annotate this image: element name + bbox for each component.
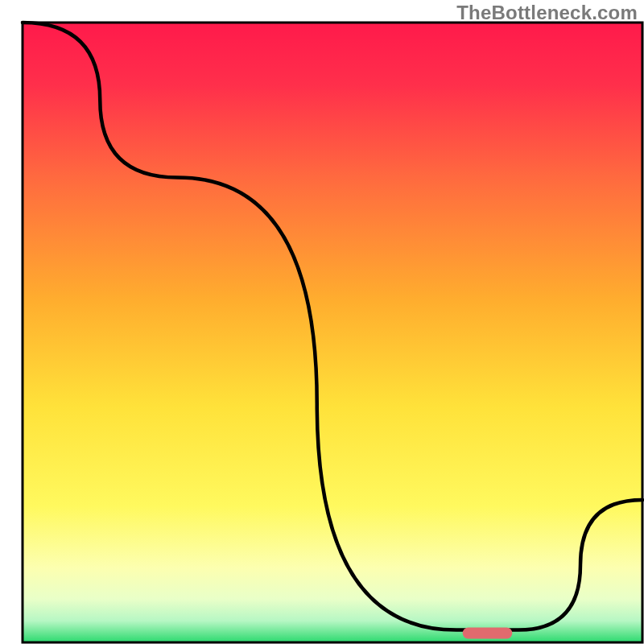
optimal-marker — [463, 627, 513, 638]
plot-background — [23, 23, 642, 642]
bottleneck-chart — [0, 0, 644, 644]
watermark-text: TheBottleneck.com — [456, 2, 638, 24]
chart-stage: TheBottleneck.com — [0, 0, 644, 644]
